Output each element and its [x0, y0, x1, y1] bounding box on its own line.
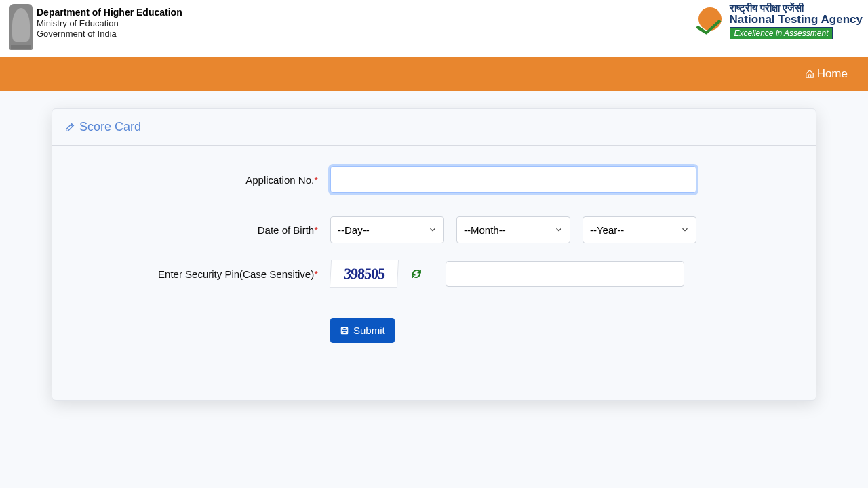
required-star: *	[314, 224, 318, 236]
nta-logo-block: राष्ट्रीय परीक्षा एजेंसी National Testin…	[696, 3, 863, 39]
top-header: Department of Higher Education Ministry …	[0, 0, 868, 57]
nta-tagline: Excellence in Assessment	[730, 27, 833, 40]
captcha-image: 398505	[330, 260, 399, 288]
nta-english: National Testing Agency	[730, 14, 863, 26]
home-link[interactable]: Home	[805, 67, 848, 81]
dob-month-select[interactable]: --Month--	[456, 216, 570, 243]
submit-button[interactable]: Submit	[330, 318, 395, 343]
svg-rect-0	[341, 327, 347, 333]
required-star: *	[314, 268, 318, 280]
card-title: Score Card	[79, 120, 141, 134]
submit-label: Submit	[353, 325, 385, 336]
row-application-no: Application No.*	[73, 166, 795, 193]
security-pin-input[interactable]	[446, 261, 684, 287]
dept-line1: Department of Higher Education	[37, 7, 182, 18]
dob-year-select[interactable]: --Year--	[583, 216, 696, 243]
score-card-panel: Score Card Application No.* Date of Birt…	[52, 108, 816, 401]
dept-line3: Government of India	[37, 28, 182, 39]
save-icon	[340, 326, 349, 336]
home-label: Home	[817, 67, 848, 81]
required-star: *	[314, 174, 318, 186]
dept-text: Department of Higher Education Ministry …	[37, 4, 182, 39]
label-dob: Date of Birth*	[73, 224, 330, 236]
label-security-pin: Enter Security Pin(Case Sensitive)*	[73, 268, 330, 280]
nav-bar: Home	[0, 57, 868, 91]
label-application-no: Application No.*	[73, 174, 330, 186]
nta-mark-icon	[696, 6, 726, 36]
application-no-input[interactable]	[330, 166, 696, 193]
nta-hindi: राष्ट्रीय परीक्षा एजेंसी	[730, 3, 863, 14]
home-icon	[805, 69, 814, 79]
edit-icon	[64, 122, 75, 133]
row-submit: Submit	[73, 318, 795, 343]
row-dob: Date of Birth* --Day-- --Month--	[73, 216, 795, 243]
india-emblem-icon	[9, 4, 33, 50]
nta-text: राष्ट्रीय परीक्षा एजेंसी National Testin…	[730, 3, 863, 39]
dob-day-select[interactable]: --Day--	[330, 216, 444, 243]
refresh-captcha-button[interactable]	[410, 268, 422, 280]
row-security-pin: Enter Security Pin(Case Sensitive)* 3985…	[73, 260, 795, 288]
dept-line2: Ministry of Education	[37, 18, 182, 29]
card-body: Application No.* Date of Birth* --Day--	[52, 146, 816, 400]
govt-logo-block: Department of Higher Education Ministry …	[5, 3, 186, 52]
card-header: Score Card	[52, 109, 816, 146]
